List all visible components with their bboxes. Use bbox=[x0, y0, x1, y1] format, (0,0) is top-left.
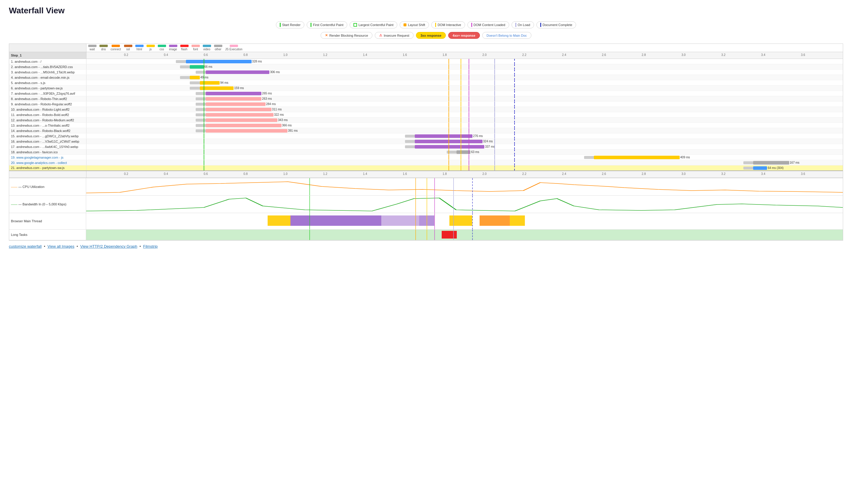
layout-shift-label: Layout Shift bbox=[408, 23, 425, 26]
lcp-label: Largest Contentful Paint bbox=[358, 23, 393, 26]
type-ssl: ssl bbox=[124, 45, 132, 51]
table-row: 21. andrewbus.com - partytown-sw.js64 ms… bbox=[9, 165, 843, 171]
legend-start-render[interactable]: Start Render bbox=[276, 21, 304, 29]
layout-shift-icon bbox=[404, 23, 406, 26]
render-blocking-label: Render Blocking Resource bbox=[329, 34, 368, 37]
table-row: 6. andrewbus.com - partytown-sw.js159 ms bbox=[9, 86, 843, 91]
legend-first-contentful-paint[interactable]: First Contentful Paint bbox=[307, 21, 347, 29]
3xx-label: 3xx response bbox=[420, 34, 441, 37]
badge-insecure[interactable]: ⚠ Insecure Request bbox=[375, 32, 413, 39]
customize-waterfall-link[interactable]: customize waterfall bbox=[9, 244, 42, 249]
table-row: 1. andrewbus.com - /328 ms bbox=[9, 59, 843, 64]
fcp-icon bbox=[310, 23, 312, 27]
document-complete-label: Document Complete bbox=[543, 23, 572, 26]
type-legend-row: wait dns connect ssl html js css image f… bbox=[9, 44, 843, 52]
cpu-chart-row: —— — CPU Utilization bbox=[9, 178, 843, 196]
bottom-links: customize waterfall • View all Images • … bbox=[9, 244, 843, 249]
4xx-label: 4xx+ response bbox=[452, 34, 476, 37]
page-title: Waterfall View bbox=[9, 6, 843, 15]
badge-4xx[interactable]: 4xx+ response bbox=[448, 32, 480, 39]
browser-main-thread-row: Browser Main Thread bbox=[9, 213, 843, 230]
on-load-label: On Load bbox=[518, 23, 530, 26]
table-row: 17. andrewbus.com - ...6wbK4C_1SYih0.web… bbox=[9, 144, 843, 149]
legend-document-complete[interactable]: Document Complete bbox=[536, 21, 576, 29]
bandwidth-chart-row: —— — Bandwidth In (0 – 5,000 Kbps) bbox=[9, 196, 843, 213]
type-js: js bbox=[146, 45, 155, 51]
table-row: 4. andrewbus.com - email-decode.min.js49… bbox=[9, 75, 843, 80]
insecure-icon: ⚠ bbox=[379, 33, 382, 37]
bandwidth-label: —— — Bandwidth In (0 – 5,000 Kbps) bbox=[9, 196, 86, 213]
type-wait: wait bbox=[88, 45, 96, 51]
dom-content-loaded-label: DOM Content Loaded bbox=[474, 23, 505, 26]
render-blocking-icon: ✕ bbox=[325, 33, 328, 37]
badge-render-blocking[interactable]: ✕ Render Blocking Resource bbox=[321, 32, 372, 39]
charts-section: —— — CPU Utilization —— — Bandwidth In (… bbox=[9, 178, 843, 240]
view-http2-link[interactable]: View HTTP/2 Dependency Graph bbox=[80, 244, 137, 249]
document-complete-icon bbox=[540, 23, 541, 27]
start-render-label: Start Render bbox=[282, 23, 301, 26]
table-row: 2. andrewbus.com - ...tials.BV5AZERD.css… bbox=[9, 64, 843, 70]
separator-1: • bbox=[44, 244, 46, 249]
table-row: 13. andrewbus.com - ...o-ThinItalic.woff… bbox=[9, 123, 843, 128]
type-dns: dns bbox=[100, 45, 108, 51]
table-row: 16. andrewbus.com - ...V3wl11C_zCWd7.web… bbox=[9, 139, 843, 144]
type-video: video bbox=[203, 45, 211, 51]
insecure-label: Insecure Request bbox=[384, 34, 409, 37]
start-render-icon bbox=[280, 23, 281, 27]
table-row: 14. andrewbus.com - Roboto-Black.woff239… bbox=[9, 128, 843, 133]
filmstrip-link[interactable]: Filmstrip bbox=[143, 244, 158, 249]
type-colors-row: wait dns connect ssl html js css image f… bbox=[88, 45, 841, 51]
on-load-icon bbox=[515, 23, 516, 27]
legend-dom-interactive[interactable]: DOM Interactive bbox=[431, 21, 465, 29]
type-html: html bbox=[135, 45, 144, 51]
browser-main-thread-label: Browser Main Thread bbox=[9, 213, 86, 229]
type-image: image bbox=[169, 45, 177, 51]
view-all-images-link[interactable]: View all Images bbox=[47, 244, 74, 249]
dom-content-loaded-icon bbox=[471, 23, 472, 27]
fcp-label: First Contentful Paint bbox=[313, 23, 343, 26]
badge-not-main-doc[interactable]: Doesn't Belong to Main Doc bbox=[482, 32, 531, 39]
legend-on-load[interactable]: On Load bbox=[512, 21, 534, 29]
table-row: 12. andrewbus.com - Roboto-Medium.woff23… bbox=[9, 118, 843, 123]
legend-row-2: ✕ Render Blocking Resource ⚠ Insecure Re… bbox=[9, 32, 843, 39]
type-flash: flash bbox=[180, 45, 189, 51]
table-row: 20. www.google-analytics.com - collect16… bbox=[9, 160, 843, 165]
browser-main-thread-area bbox=[86, 213, 843, 229]
table-row: 18. andrewbus.com - favicon.ico63 ms bbox=[9, 149, 843, 155]
dom-interactive-icon bbox=[435, 23, 436, 27]
table-row: 8. andrewbus.com - Roboto-Thin.woff2263 … bbox=[9, 96, 843, 102]
table-row: 5. andrewbus.com - s.js94 ms bbox=[9, 80, 843, 86]
legend-largest-contentful-paint[interactable]: Largest Contentful Paint bbox=[350, 21, 397, 29]
badge-3xx[interactable]: 3xx response bbox=[416, 32, 446, 39]
type-font: font bbox=[192, 45, 200, 51]
table-row: 3. andrewbus.com - ...M9Jnh6_1TaUIt.webp… bbox=[9, 70, 843, 75]
legend-layout-shift[interactable]: Layout Shift bbox=[400, 21, 429, 29]
type-other: other bbox=[214, 45, 222, 51]
long-tasks-row: Long Tasks bbox=[9, 230, 843, 240]
separator-3: • bbox=[139, 244, 142, 249]
long-tasks-area bbox=[86, 230, 843, 240]
long-tasks-label: Long Tasks bbox=[9, 230, 86, 240]
dom-interactive-label: DOM Interactive bbox=[438, 23, 461, 26]
type-css: css bbox=[158, 45, 166, 51]
waterfall-table: wait dns connect ssl html js css image f… bbox=[9, 44, 843, 178]
step-row: Step_10.20.40.60.81.01.21.41.61.82.02.22… bbox=[9, 52, 843, 59]
table-row: 7. andrewbus.com - ...93F0Eh_Z2qyq76.avi… bbox=[9, 91, 843, 96]
legend-dom-content-loaded[interactable]: DOM Content Loaded bbox=[467, 21, 509, 29]
table-row: 9. andrewbus.com - Roboto-Regular.woff22… bbox=[9, 102, 843, 107]
waterfall-container: wait dns connect ssl html js css image f… bbox=[9, 43, 843, 178]
bottom-time-axis-row: 0.20.40.60.81.01.21.41.61.82.02.22.42.62… bbox=[9, 171, 843, 178]
separator-2: • bbox=[77, 244, 79, 249]
cpu-label: —— — CPU Utilization bbox=[9, 178, 86, 195]
type-js-execution: JS Execution bbox=[225, 45, 243, 51]
legend-row-1: Start Render First Contentful Paint Larg… bbox=[9, 21, 843, 29]
type-connect: connect bbox=[111, 45, 121, 51]
not-main-doc-label: Doesn't Belong to Main Doc bbox=[487, 34, 527, 37]
table-row: 19. www.googletagmanager.com - js409 ms bbox=[9, 155, 843, 160]
bandwidth-chart-area bbox=[86, 196, 843, 213]
table-row: 10. andrewbus.com - Roboto-Light.woff231… bbox=[9, 107, 843, 112]
lcp-icon bbox=[353, 23, 357, 26]
table-row: 15. andrewbus.com - ...gDWCz_Z2abVty.web… bbox=[9, 133, 843, 139]
table-row: 11. andrewbus.com - Roboto-Bold.woff2322… bbox=[9, 112, 843, 118]
cpu-chart-area bbox=[86, 178, 843, 195]
